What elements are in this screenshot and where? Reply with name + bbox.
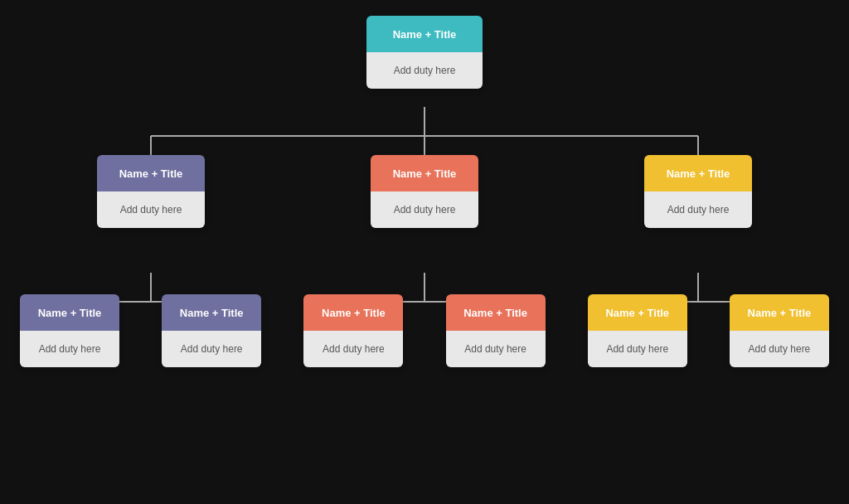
level3-node-0[interactable]: Name + Title Add duty here [20,294,119,367]
root-node-body: Add duty here [366,52,483,89]
level2-node-2-body: Add duty here [644,191,752,228]
level3-node-4-body: Add duty here [588,331,687,367]
level2-node-0[interactable]: Name + Title Add duty here [97,155,205,228]
level2-node-1-header: Name + Title [371,155,478,191]
level2-node-0-body: Add duty here [97,191,205,228]
level2-node-0-duty: Add duty here [120,204,182,216]
level2-node-2-header: Name + Title [644,155,752,191]
level3-node-2-duty: Add duty here [323,343,385,355]
root-node-header: Name + Title [366,16,483,52]
level-2-row: Name + Title Add duty here Name + Title … [10,155,839,228]
level3-node-0-name: Name + Title [38,307,102,319]
level3-node-3-header: Name + Title [446,294,546,331]
level3-node-3-name: Name + Title [463,307,527,319]
level3-node-0-body: Add duty here [20,331,119,367]
level3-node-5-body: Add duty here [730,331,829,367]
root-node-duty: Add duty here [394,65,456,76]
level3-node-4[interactable]: Name + Title Add duty here [588,294,687,367]
level3-node-4-name: Name + Title [605,307,669,319]
level2-node-1-name: Name + Title [393,167,457,180]
level3-node-3-duty: Add duty here [464,343,526,355]
level3-node-3-body: Add duty here [446,331,546,367]
org-chart: Name + Title Add duty here Name + Title … [10,7,839,497]
level3-node-2[interactable]: Name + Title Add duty here [303,294,403,367]
level-3-row: Name + Title Add duty here Name + Title … [10,294,839,367]
level2-node-0-name: Name + Title [119,167,183,180]
level2-node-2[interactable]: Name + Title Add duty here [644,155,752,228]
level3-node-1-duty: Add duty here [181,343,243,355]
level3-node-2-body: Add duty here [303,331,403,367]
level2-node-1-body: Add duty here [371,191,478,228]
level2-node-0-header: Name + Title [97,155,205,191]
level3-node-1[interactable]: Name + Title Add duty here [162,294,261,367]
level3-node-1-name: Name + Title [180,307,244,319]
root-node[interactable]: Name + Title Add duty here [366,16,483,89]
level-1-row: Name + Title Add duty here [10,16,839,89]
level3-node-5-duty: Add duty here [749,343,811,355]
level3-node-5-header: Name + Title [730,294,829,331]
root-node-name: Name + Title [393,28,457,41]
level3-node-2-header: Name + Title [303,294,403,331]
level3-node-4-header: Name + Title [588,294,687,331]
level2-node-2-name: Name + Title [667,167,730,180]
level3-node-0-header: Name + Title [20,294,119,331]
level3-node-1-body: Add duty here [162,331,261,367]
level3-node-3[interactable]: Name + Title Add duty here [446,294,546,367]
level3-node-0-duty: Add duty here [39,343,101,355]
level3-node-5-name: Name + Title [748,307,812,319]
level3-node-4-duty: Add duty here [606,343,668,355]
level2-node-1[interactable]: Name + Title Add duty here [371,155,478,228]
level2-node-2-duty: Add duty here [667,204,730,216]
level2-node-1-duty: Add duty here [394,204,456,216]
level3-node-2-name: Name + Title [322,307,386,319]
level3-node-5[interactable]: Name + Title Add duty here [730,294,829,367]
level3-node-1-header: Name + Title [162,294,261,331]
